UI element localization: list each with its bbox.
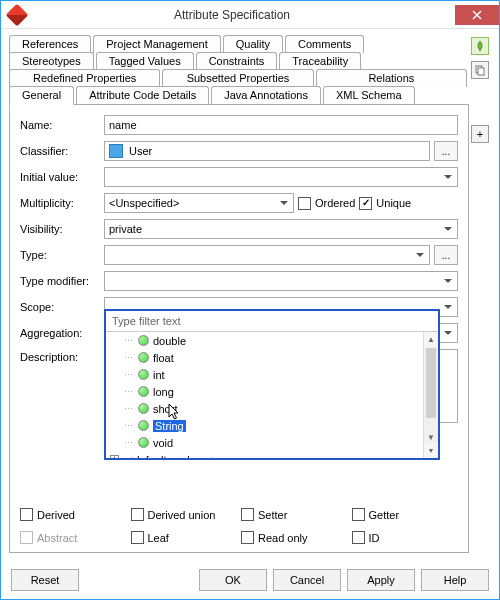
copy-icon[interactable] [471,61,489,79]
unique-checkbox[interactable]: Unique [359,197,411,210]
tab-stereotypes[interactable]: Stereotypes [9,52,94,70]
classifier-field[interactable]: User [104,141,430,161]
type-primitive-icon [138,335,149,346]
tree-item-string[interactable]: ⋯String [106,417,438,434]
reset-button[interactable]: Reset [11,569,79,591]
type-primitive-icon [138,352,149,363]
visibility-label: Visibility: [20,223,100,235]
dialog-window: Attribute Specification References Proje… [0,0,500,600]
name-value: name [109,119,137,131]
scroll-up-icon[interactable]: ▲ [424,332,438,347]
type-modifier-label: Type modifier: [20,275,100,287]
svg-rect-3 [478,68,484,75]
tab-quality[interactable]: Quality [223,35,283,53]
dialog-buttons: Reset OK Cancel Apply Help [1,561,499,599]
multiplicity-label: Multiplicity: [20,197,100,209]
popup-scrollbar[interactable]: ▲ ▼ ▾ [423,332,438,458]
tab-comments[interactable]: Comments [285,35,364,53]
ordered-checkbox[interactable]: Ordered [298,197,355,210]
tab-row-2: Stereotypes Tagged Values Constraints Tr… [9,52,469,70]
expand-icon[interactable]: + [110,455,119,458]
read-only-checkbox[interactable]: Read only [241,531,348,544]
close-button[interactable] [455,5,499,25]
visibility-field[interactable]: private [104,219,458,239]
type-tree: ⋯double ⋯float ⋯int ⋯long ⋯short ⋯String… [106,332,438,458]
name-field[interactable]: name [104,115,458,135]
tab-project-management[interactable]: Project Management [93,35,221,53]
visibility-value: private [109,223,142,235]
tab-relations[interactable]: Relations [316,69,467,87]
scroll-down-corner: ▾ [424,443,438,458]
aggregation-label: Aggregation: [20,327,100,339]
tree-item-float[interactable]: ⋯float [106,349,438,366]
tab-general[interactable]: General [9,86,74,105]
tab-references[interactable]: References [9,35,91,53]
type-modifier-field[interactable] [104,271,458,291]
flags-grid: Derived Derived union Setter Getter Abst… [20,508,458,544]
setter-checkbox[interactable]: Setter [241,508,348,521]
description-label: Description: [20,349,100,363]
tab-subsetted-properties[interactable]: Subsetted Properties [162,69,313,87]
abstract-checkbox: Abstract [20,531,127,544]
initial-value-label: Initial value: [20,171,100,183]
multiplicity-value: <Unspecified> [109,197,179,209]
leaf-checkbox[interactable]: Leaf [131,531,238,544]
type-filter-input[interactable]: Type filter text [106,311,438,332]
type-field[interactable] [104,245,430,265]
tab-redefined-properties[interactable]: Redefined Properties [9,69,160,87]
type-primitive-icon [138,403,149,414]
classifier-browse-button[interactable]: ... [434,141,458,161]
tree-item-double[interactable]: ⋯double [106,332,438,349]
type-label: Type: [20,249,100,261]
add-button[interactable]: + [471,125,489,143]
derived-checkbox[interactable]: Derived [20,508,127,521]
tree-item-int[interactable]: ⋯int [106,366,438,383]
tab-constraints[interactable]: Constraints [196,52,278,70]
tab-row-3: Redefined Properties Subsetted Propertie… [9,69,469,87]
cancel-button[interactable]: Cancel [273,569,341,591]
type-primitive-icon [138,420,149,431]
titlebar: Attribute Specification [1,1,499,29]
tree-item-long[interactable]: ⋯long [106,383,438,400]
tree-item-void[interactable]: ⋯void [106,434,438,451]
pin-icon[interactable] [471,37,489,55]
apply-button[interactable]: Apply [347,569,415,591]
help-button[interactable]: Help [421,569,489,591]
name-label: Name: [20,119,100,131]
tab-java-annotations[interactable]: Java Annotations [211,86,321,105]
tab-row-4: General Attribute Code Details Java Anno… [9,86,469,105]
tab-tagged-values[interactable]: Tagged Values [96,52,194,70]
type-dropdown-popup: Type filter text ⋯double ⋯float ⋯int ⋯lo… [104,309,440,460]
type-browse-button[interactable]: ... [434,245,458,265]
tab-row-1: References Project Management Quality Co… [9,35,469,53]
type-primitive-icon [138,369,149,380]
type-primitive-icon [138,437,149,448]
tab-traceability[interactable]: Traceability [279,52,361,70]
initial-value-field[interactable] [104,167,458,187]
side-toolbar: + [469,35,491,553]
multiplicity-field[interactable]: <Unspecified> [104,193,294,213]
classifier-label: Classifier: [20,145,100,157]
scope-label: Scope: [20,301,100,313]
class-icon [109,144,123,158]
tab-attribute-code-details[interactable]: Attribute Code Details [76,86,209,105]
ok-button[interactable]: OK [199,569,267,591]
derived-union-checkbox[interactable]: Derived union [131,508,238,521]
scroll-thumb[interactable] [426,348,436,418]
scroll-down-icon[interactable]: ▼ [424,431,438,443]
type-primitive-icon [138,386,149,397]
window-title: Attribute Specification [9,8,455,22]
tree-item-short[interactable]: ⋯short [106,400,438,417]
id-checkbox[interactable]: ID [352,531,459,544]
tab-xml-schema[interactable]: XML Schema [323,86,415,105]
getter-checkbox[interactable]: Getter [352,508,459,521]
tree-item-default-package[interactable]: +<default package> [106,451,438,458]
classifier-value: User [129,145,152,157]
content-area: References Project Management Quality Co… [1,29,499,561]
tab-panel-general: Name: name Classifier: User ... Initial … [9,104,469,553]
